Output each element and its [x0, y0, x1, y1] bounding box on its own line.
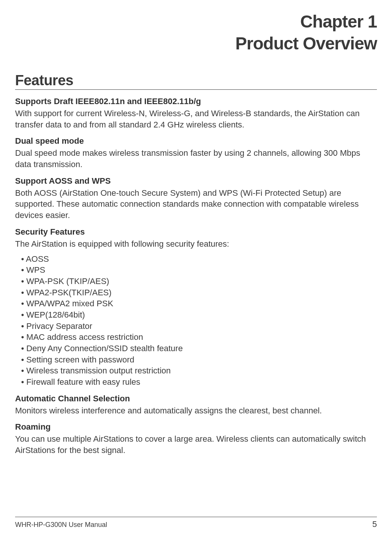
feature-block: Supports Draft IEEE802.11n and IEEE802.1… — [15, 97, 377, 130]
feature-body: Monitors wireless interference and autom… — [15, 405, 377, 416]
section-title-features: Features — [15, 72, 377, 90]
feature-block: Roaming You can use multiple AirStations… — [15, 422, 377, 456]
feature-body: Both AOSS (AirStation One-touch Secure S… — [15, 187, 377, 221]
list-item: • Privacy Separator — [21, 321, 377, 332]
footer-page-number: 5 — [372, 519, 377, 529]
list-item: • WPA/WPA2 mixed PSK — [21, 298, 377, 309]
list-item: • Firewall feature with easy rules — [21, 376, 377, 388]
list-item: • AOSS — [21, 253, 377, 265]
feature-block: Security Features The AirStation is equi… — [15, 227, 377, 388]
chapter-title: Product Overview — [15, 33, 377, 54]
chapter-header: Chapter 1 Product Overview — [15, 11, 377, 54]
footer-manual-title: WHR-HP-G300N User Manual — [15, 521, 107, 529]
feature-heading: Automatic Channel Selection — [15, 394, 377, 404]
list-item: • MAC address access restriction — [21, 332, 377, 343]
feature-block: Dual speed mode Dual speed mode makes wi… — [15, 136, 377, 170]
chapter-number: Chapter 1 — [15, 11, 377, 32]
list-item: • WPS — [21, 264, 377, 276]
list-item: • Wireless transmission output restricti… — [21, 365, 377, 376]
feature-heading: Security Features — [15, 227, 377, 237]
list-item: • Setting screen with password — [21, 354, 377, 365]
list-item: • WEP(128/64bit) — [21, 309, 377, 321]
feature-heading: Roaming — [15, 422, 377, 432]
feature-block: Automatic Channel Selection Monitors wir… — [15, 394, 377, 416]
security-bullet-list: • AOSS • WPS • WPA-PSK (TKIP/AES) • WPA2… — [21, 253, 377, 388]
feature-body: Dual speed mode makes wireless transmiss… — [15, 147, 377, 170]
list-item: • Deny Any Connection/SSID stealth featu… — [21, 343, 377, 354]
list-item: • WPA-PSK (TKIP/AES) — [21, 276, 377, 287]
feature-heading: Supports Draft IEEE802.11n and IEEE802.1… — [15, 97, 377, 106]
page-footer: WHR-HP-G300N User Manual 5 — [15, 517, 377, 529]
feature-block: Support AOSS and WPS Both AOSS (AirStati… — [15, 176, 377, 221]
feature-heading: Support AOSS and WPS — [15, 176, 377, 186]
feature-body: You can use multiple AirStations to cove… — [15, 433, 377, 456]
feature-body: With support for current Wireless-N, Wir… — [15, 108, 377, 130]
feature-heading: Dual speed mode — [15, 136, 377, 146]
list-item: • WPA2-PSK(TKIP/AES) — [21, 287, 377, 298]
feature-body: The AirStation is equipped with followin… — [15, 238, 377, 250]
